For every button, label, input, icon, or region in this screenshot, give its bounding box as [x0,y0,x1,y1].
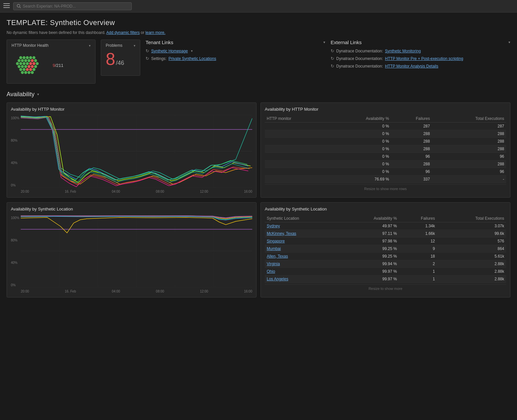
external-link-1[interactable]: HTTP Monitor Pre + Post-execution script… [385,56,463,61]
http-monitor-chart-inner [21,115,252,188]
tenant-link-0[interactable]: Synthetic Homepage [151,49,188,53]
http-monitor-resize-hint: Resize to show more rows [265,184,506,193]
svg-point-13 [28,59,31,62]
svg-point-26 [28,65,31,68]
external-link-2[interactable]: HTTP Monitor Analysis Details [385,64,438,69]
svg-point-31 [26,68,29,71]
svg-point-32 [29,68,32,71]
http-monitor-table: HTTP monitor Availability % Failures Tot… [265,115,506,183]
svg-point-35 [24,71,27,74]
external-link-0[interactable]: Synthetic Monitoring [385,49,421,53]
table-row: McKinney, Texas 97.11 % 1.66k 99.6k [265,230,506,238]
tenant-link-1[interactable]: Private Synthetic Locations [169,56,216,61]
search-box[interactable] [13,2,132,10]
table-row: Singapore 97.98 % 12 576 [265,238,506,245]
problems-chevron[interactable]: ▾ [134,44,135,47]
tenant-link-item-1: ↻ Settings: Private Synthetic Locations [146,56,325,61]
http-monitor-table-title: Availability by HTTP Monitor [265,107,506,112]
svg-point-34 [21,71,24,74]
http-monitor-line-chart-card: Availability by HTTP Monitor 100% 80% 40… [7,102,257,198]
main-content: TEMPLATE: Synthetic Overview No dynamic … [0,13,517,308]
location-chart-wrapper: 100% 80% 40% 0% [11,215,252,288]
svg-point-30 [23,68,26,71]
table-row: 0 % 288 288 [265,130,506,138]
tenant-link-item-0: ↻ Synthetic Homepage ▾ [146,48,325,53]
external-links-chevron[interactable]: ▾ [508,40,510,44]
svg-point-3 [17,4,20,7]
filter-bar: No dynamic filters have been defined for… [7,30,510,35]
svg-point-36 [28,71,31,74]
search-icon [17,4,21,8]
svg-point-17 [19,62,22,65]
loc-col-failures: Failures [399,215,437,222]
table-row: 0 % 287 287 [265,123,506,130]
svg-point-20 [29,62,32,65]
tenant-links-chevron[interactable]: ▾ [323,40,325,44]
hex-chart [12,50,49,80]
location-table-card: Availability by Synthetic Location Synth… [260,202,510,297]
learn-more-link[interactable]: learn more. [146,30,166,35]
svg-point-14 [31,59,34,62]
location-table-title: Availability by Synthetic Location [265,207,506,211]
svg-point-22 [36,62,39,65]
problems-count-total: /46 [116,60,124,67]
add-filters-link[interactable]: Add dynamic filters [106,30,140,35]
http-monitor-y-labels: 100% 80% 40% 0% [11,115,19,188]
svg-point-11 [21,59,24,62]
svg-rect-1 [3,5,10,6]
search-input[interactable] [23,4,128,9]
problems-title: Problems [106,43,122,48]
location-chart-inner [21,215,252,288]
svg-line-4 [20,7,21,8]
col-failures: Failures [391,115,432,123]
svg-point-23 [18,65,21,68]
col-availability: Availability % [329,115,391,123]
svg-point-25 [24,65,27,68]
table-row: 0 % 288 288 [265,145,506,153]
http-monitor-svg [21,115,252,187]
svg-point-29 [19,68,22,71]
svg-rect-0 [3,3,10,4]
http-health-widget: HTTP Monitor Health ▾ [7,40,95,84]
svg-point-37 [31,71,34,74]
tenant-links-title: Tenant Links [146,40,173,45]
http-health-chevron[interactable]: ▾ [89,44,91,47]
table-row: Los Angeles 99.97 % 1 2.88k [265,275,506,283]
tenant-link-icon-1: ↻ [146,56,149,61]
svg-point-28 [34,65,37,68]
menu-icon[interactable] [3,2,10,10]
svg-rect-2 [3,7,10,8]
http-monitor-x-labels: 20:00 16. Feb 04:00 08:00 12:00 16:00 [21,188,252,193]
problems-count-red: 8 [106,50,115,68]
table-row: 0 % 288 288 [265,160,506,168]
tenant-link-chevron-0[interactable]: ▾ [191,49,193,53]
http-monitor-chart-wrapper: 100% 80% 40% 0% [11,115,252,188]
svg-point-21 [33,62,36,65]
http-monitor-chart-title: Availability by HTTP Monitor [11,107,252,112]
http-health-title: HTTP Monitor Health [12,43,48,48]
external-links-title: External Links [331,40,362,45]
external-link-item-1: ↻ Dynatrace Documentation: HTTP Monitor … [331,56,510,61]
location-charts-row: Availability by Synthetic Location 100% … [7,202,510,297]
svg-point-16 [16,62,19,65]
svg-point-18 [23,62,26,65]
availability-title: Availability [7,91,35,98]
table-row: Ohio 99.97 % 1 2.88k [265,268,506,275]
table-row: 0 % 96 96 [265,168,506,176]
table-row: Allen, Texas 99.25 % 18 5.61k [265,253,506,260]
availability-section-header: Availability ▾ [7,91,510,98]
tenant-links-panel: Tenant Links ▾ ↻ Synthetic Homepage ▾ ↻ … [146,40,325,64]
svg-point-5 [19,56,22,59]
svg-point-10 [18,59,21,62]
external-link-icon-2: ↻ [331,64,334,69]
svg-point-24 [21,65,24,68]
table-row: 76.69 % 337 - [265,176,506,183]
loc-col-executions: Total Executions [437,215,506,222]
svg-point-6 [23,56,26,59]
svg-point-8 [29,56,32,59]
page-title: TEMPLATE: Synthetic Overview [7,18,510,27]
external-links-panel: External Links ▾ ↻ Dynatrace Documentati… [331,40,510,71]
availability-chevron[interactable]: ▾ [37,92,39,97]
svg-point-12 [24,59,27,62]
table-row: Sydney 49.97 % 1.34k 3.07k [265,222,506,230]
